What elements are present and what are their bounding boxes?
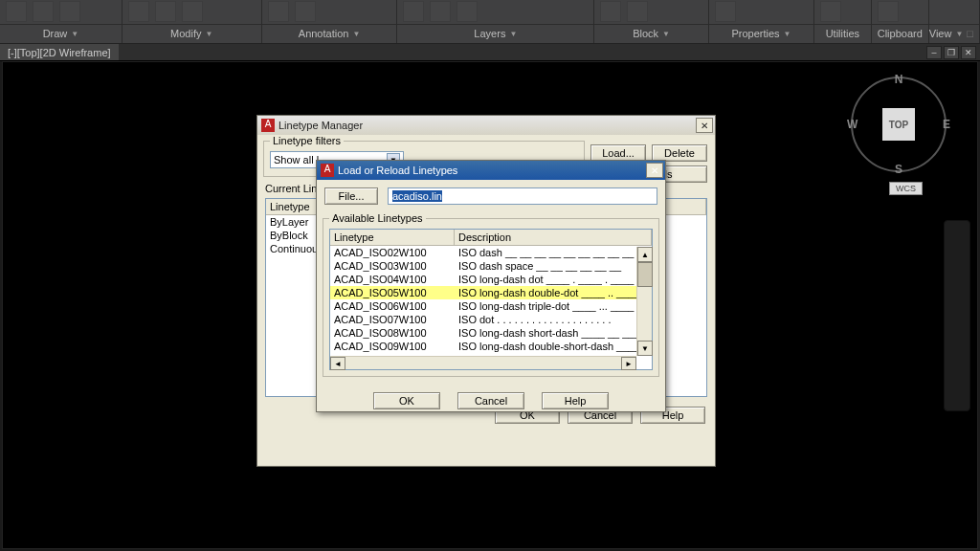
load-linetypes-title: Load or Reload Linetypes bbox=[338, 165, 457, 176]
chevron-down-icon: ▼ bbox=[205, 30, 212, 38]
ribbon-panel-layers[interactable]: Layers▼ bbox=[397, 0, 594, 43]
scroll-left-icon[interactable]: ◄ bbox=[330, 357, 345, 370]
ok-button[interactable]: OK bbox=[373, 392, 440, 409]
linetype-manager-title: Linetype Manager bbox=[278, 120, 363, 131]
file-input-value: acadiso.lin bbox=[392, 190, 442, 202]
list-item[interactable]: ACAD_ISO04W100ISO long-dash dot ____ . _… bbox=[330, 273, 652, 286]
cancel-button[interactable]: Cancel bbox=[457, 392, 524, 409]
chevron-down-icon: ▼ bbox=[662, 30, 670, 38]
ribbon: Draw▼ Modify▼ Annotation▼ Layers▼ Block▼… bbox=[0, 0, 980, 44]
restore-doc-button[interactable]: ❐ bbox=[944, 46, 959, 59]
chevron-down-icon: ▼ bbox=[955, 30, 963, 38]
file-button[interactable]: File... bbox=[324, 187, 378, 205]
app-icon bbox=[261, 119, 275, 132]
vertical-scrollbar[interactable]: ▲ ▼ bbox=[636, 247, 652, 356]
ribbon-label-modify: Modify bbox=[170, 28, 201, 39]
list-item[interactable]: ACAD_ISO08W100ISO long-dash short-dash _… bbox=[330, 326, 652, 340]
close-doc-button[interactable]: ✕ bbox=[961, 46, 976, 59]
wcs-badge[interactable]: WCS bbox=[889, 182, 923, 195]
direction-n[interactable]: N bbox=[895, 73, 903, 86]
file-input[interactable]: acadiso.lin bbox=[388, 187, 657, 205]
close-icon[interactable]: ✕ bbox=[646, 163, 663, 178]
chevron-down-icon: ▼ bbox=[71, 30, 78, 38]
available-linetypes-label: Available Linetypes bbox=[329, 212, 426, 224]
col-linetype[interactable]: Linetype bbox=[266, 199, 320, 214]
navigation-bar[interactable] bbox=[944, 220, 970, 411]
scroll-down-icon[interactable]: ▼ bbox=[637, 341, 653, 356]
linetype-manager-titlebar[interactable]: Linetype Manager ✕ bbox=[257, 116, 715, 135]
ribbon-label-block: Block bbox=[633, 28, 658, 39]
direction-s[interactable]: S bbox=[895, 163, 902, 176]
ribbon-panel-block[interactable]: Block▼ bbox=[594, 0, 709, 43]
list-item[interactable]: ACAD_ISO03W100ISO dash space __ __ __ __… bbox=[330, 259, 652, 273]
ribbon-panel-annotation[interactable]: Annotation▼ bbox=[262, 0, 398, 43]
scroll-right-icon[interactable]: ► bbox=[621, 357, 636, 370]
list-item[interactable]: ACAD_ISO06W100ISO long-dash triple-dot _… bbox=[330, 299, 652, 313]
scroll-up-icon[interactable]: ▲ bbox=[637, 247, 653, 262]
help-button[interactable]: Help bbox=[542, 392, 609, 409]
compass-ring bbox=[851, 77, 947, 172]
ribbon-panel-view[interactable]: View▼□ bbox=[929, 0, 980, 43]
close-icon[interactable]: ✕ bbox=[696, 118, 713, 133]
ribbon-label-properties: Properties bbox=[731, 28, 779, 39]
linetype-filters-label: Linetype filters bbox=[270, 135, 344, 146]
available-linetypes-list[interactable]: Linetype Description ACAD_ISO02W100ISO d… bbox=[329, 229, 653, 370]
ribbon-label-utilities: Utilities bbox=[826, 28, 859, 39]
available-linetypes-group: Available Linetypes Linetype Description… bbox=[323, 218, 659, 377]
chevron-down-icon: ▼ bbox=[509, 30, 517, 38]
list-item[interactable]: ACAD_ISO09W100ISO long-dash double-short… bbox=[330, 340, 652, 353]
ribbon-panel-clipboard[interactable]: Clipboard bbox=[872, 0, 929, 43]
scroll-thumb[interactable] bbox=[637, 262, 653, 287]
direction-w[interactable]: W bbox=[847, 118, 858, 131]
col-description[interactable]: Description bbox=[455, 230, 652, 245]
ribbon-label-view: View bbox=[929, 28, 952, 39]
ribbon-panel-modify[interactable]: Modify▼ bbox=[122, 0, 262, 43]
ribbon-panel-utilities[interactable]: Utilities bbox=[814, 0, 872, 43]
linetype-filter-value: Show all l bbox=[274, 154, 319, 165]
list-item[interactable]: ACAD_ISO02W100ISO dash __ __ __ __ __ __… bbox=[330, 246, 652, 259]
ribbon-label-annotation: Annotation bbox=[299, 28, 349, 39]
chevron-down-icon: ▼ bbox=[784, 30, 791, 38]
horizontal-scrollbar[interactable]: ◄ ► bbox=[330, 356, 636, 369]
direction-e[interactable]: E bbox=[943, 118, 950, 131]
chevron-down-icon: ▼ bbox=[352, 30, 360, 38]
minimize-doc-button[interactable]: – bbox=[926, 46, 942, 59]
load-linetypes-titlebar[interactable]: Load or Reload Linetypes ✕ bbox=[317, 161, 665, 180]
ribbon-label-clipboard: Clipboard bbox=[878, 28, 923, 39]
ribbon-panel-draw[interactable]: Draw▼ bbox=[0, 0, 122, 43]
ribbon-label-draw: Draw bbox=[43, 28, 68, 39]
viewcube[interactable]: N S E W TOP bbox=[851, 77, 947, 172]
load-linetypes-dialog: Load or Reload Linetypes ✕ File... acadi… bbox=[316, 160, 666, 412]
list-item[interactable]: ACAD_ISO07W100ISO dot . . . . . . . . . … bbox=[330, 313, 652, 326]
app-icon bbox=[321, 164, 334, 177]
list-item[interactable]: ACAD_ISO05W100ISO long-dash double-dot _… bbox=[330, 286, 652, 299]
ribbon-label-layers: Layers bbox=[474, 28, 505, 39]
document-tab[interactable]: [-][Top][2D Wireframe] bbox=[0, 44, 119, 60]
col-linetype[interactable]: Linetype bbox=[330, 230, 455, 245]
document-tabs: [-][Top][2D Wireframe] – ❐ ✕ bbox=[0, 44, 980, 61]
ribbon-panel-properties[interactable]: Properties▼ bbox=[709, 0, 814, 43]
load-button-row: OK Cancel Help bbox=[317, 383, 665, 419]
